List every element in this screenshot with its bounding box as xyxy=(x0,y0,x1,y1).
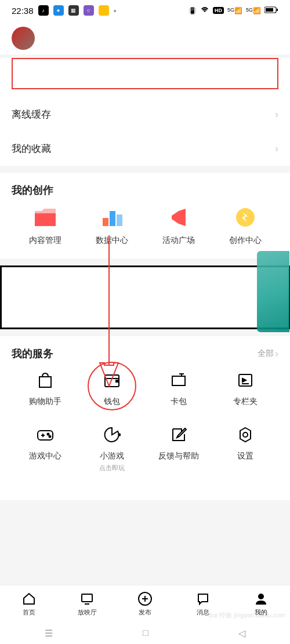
status-bar: 22:38 ♪ ● ▦ ○ • 📳 HD 5G📶 5G📶 xyxy=(0,0,290,21)
battery-icon xyxy=(264,6,278,14)
banner-illustration xyxy=(257,251,289,332)
service-sublabel: 点击即玩 xyxy=(99,464,125,472)
app-icon-3: ○ xyxy=(84,5,94,16)
sys-back-icon[interactable]: ◁ xyxy=(238,628,245,639)
my-favorites-item[interactable]: 我的收藏 › xyxy=(0,132,290,166)
offline-cache-item[interactable]: 离线缓存 › xyxy=(0,97,290,132)
nav-label: 消息 xyxy=(197,608,209,617)
signal-bars-1: 📶 xyxy=(234,7,242,14)
annotation-blackbox xyxy=(0,265,290,329)
nav-publish[interactable]: 发布 xyxy=(116,585,174,622)
tiktok-icon: ♪ xyxy=(38,5,49,16)
service-wallet[interactable]: 钱包 xyxy=(78,369,145,407)
card-icon xyxy=(167,369,190,392)
edit-icon xyxy=(167,423,190,446)
svg-marker-19 xyxy=(240,428,251,442)
chevron-right-icon: › xyxy=(275,108,278,121)
status-time: 22:38 xyxy=(12,6,34,16)
svg-rect-2 xyxy=(277,9,278,11)
lightbulb-icon xyxy=(233,205,258,230)
more-label: 全部 xyxy=(258,348,274,359)
svg-point-17 xyxy=(49,436,50,438)
pacman-icon xyxy=(100,423,124,446)
signal-bars-2: 📶 xyxy=(253,7,261,14)
svg-point-6 xyxy=(236,208,255,227)
service-label: 购物助手 xyxy=(29,396,61,407)
service-label: 专栏夹 xyxy=(233,396,258,407)
signal-5g-2: 5G xyxy=(246,7,253,13)
vibrate-icon: 📳 xyxy=(188,7,197,14)
gamepad-icon xyxy=(34,423,57,446)
service-label: 钱包 xyxy=(104,396,120,407)
svg-rect-5 xyxy=(117,214,122,226)
service-label: 反馈与帮助 xyxy=(158,451,199,461)
home-icon xyxy=(21,591,37,606)
creation-card: 我的创作 内容管理 数据中心 活动广场 创作中心 xyxy=(0,173,290,259)
user-avatar[interactable] xyxy=(12,27,35,50)
service-game-center[interactable]: 游戏中心 xyxy=(12,423,78,472)
app-icon-2: ▦ xyxy=(68,5,79,16)
tile-content-manage[interactable]: 内容管理 xyxy=(12,205,78,246)
nav-cinema[interactable]: 放映厅 xyxy=(58,585,116,622)
hd-badge: HD xyxy=(213,7,224,14)
plus-circle-icon xyxy=(137,591,153,606)
wallet-icon xyxy=(100,369,124,392)
settings-icon xyxy=(234,423,257,446)
nav-label: 放映厅 xyxy=(78,608,97,617)
svg-rect-10 xyxy=(116,380,118,382)
nav-label: 首页 xyxy=(23,608,35,617)
quick-links-card: 离线缓存 › 我的收藏 › xyxy=(0,97,290,166)
more-dot: • xyxy=(114,6,117,16)
sys-menu-icon[interactable]: ☰ xyxy=(45,628,53,639)
service-label: 小游戏 xyxy=(100,451,124,461)
service-label: 卡包 xyxy=(171,396,187,407)
service-shopping-assistant[interactable]: 购物助手 xyxy=(12,369,78,407)
creation-title: 我的创作 xyxy=(0,173,290,205)
my-favorites-label: 我的收藏 xyxy=(12,142,51,155)
system-nav: ☰ □ ◁ xyxy=(0,622,290,644)
svg-rect-3 xyxy=(103,218,108,226)
tile-label: 内容管理 xyxy=(29,235,61,246)
playlist-icon xyxy=(234,369,257,392)
nav-label: 发布 xyxy=(139,608,151,617)
tile-data-center[interactable]: 数据中心 xyxy=(78,205,145,246)
megaphone-icon xyxy=(166,205,191,230)
chart-icon xyxy=(100,205,124,230)
folder-icon xyxy=(33,205,57,230)
services-title: 我的服务 xyxy=(12,347,53,361)
svg-point-20 xyxy=(243,432,248,437)
svg-rect-21 xyxy=(82,594,92,602)
service-feedback-help[interactable]: 反馈与帮助 xyxy=(145,423,212,472)
sys-home-icon[interactable]: □ xyxy=(143,628,148,638)
service-card-pack[interactable]: 卡包 xyxy=(145,369,212,407)
tile-label: 创作中心 xyxy=(229,235,262,246)
service-label: 游戏中心 xyxy=(29,451,61,461)
services-more-link[interactable]: 全部 › xyxy=(258,348,278,360)
svg-point-26 xyxy=(258,594,264,599)
service-mini-game[interactable]: 小游戏 点击即玩 xyxy=(78,423,145,472)
tile-activity-plaza[interactable]: 活动广场 xyxy=(145,205,212,246)
service-settings[interactable]: 设置 xyxy=(212,423,278,472)
watermark: Bai 经验 jingyan.baidu.com xyxy=(208,611,285,620)
person-icon xyxy=(253,591,269,606)
chevron-right-icon: › xyxy=(275,348,278,360)
svg-point-16 xyxy=(47,434,49,435)
service-label: 设置 xyxy=(237,451,253,461)
offline-cache-label: 离线缓存 xyxy=(12,108,51,121)
tile-label: 数据中心 xyxy=(96,235,128,246)
bag-icon xyxy=(34,369,57,392)
annotation-redbox-1 xyxy=(12,58,278,89)
service-column-folder[interactable]: 专栏夹 xyxy=(212,369,278,407)
profile-header xyxy=(0,21,290,54)
app-icon-1: ● xyxy=(53,5,64,16)
svg-rect-1 xyxy=(266,8,273,12)
svg-point-18 xyxy=(118,434,120,436)
tile-creation-center[interactable]: 创作中心 xyxy=(212,205,278,246)
chevron-right-icon: › xyxy=(275,143,278,155)
signal-5g-1: 5G xyxy=(227,7,234,13)
screen-icon xyxy=(79,591,95,606)
services-card: 我的服务 全部 › 购物助手 钱包 卡包 xyxy=(0,336,290,500)
chat-icon xyxy=(195,591,211,606)
nav-home[interactable]: 首页 xyxy=(0,585,58,622)
svg-rect-4 xyxy=(110,211,115,226)
